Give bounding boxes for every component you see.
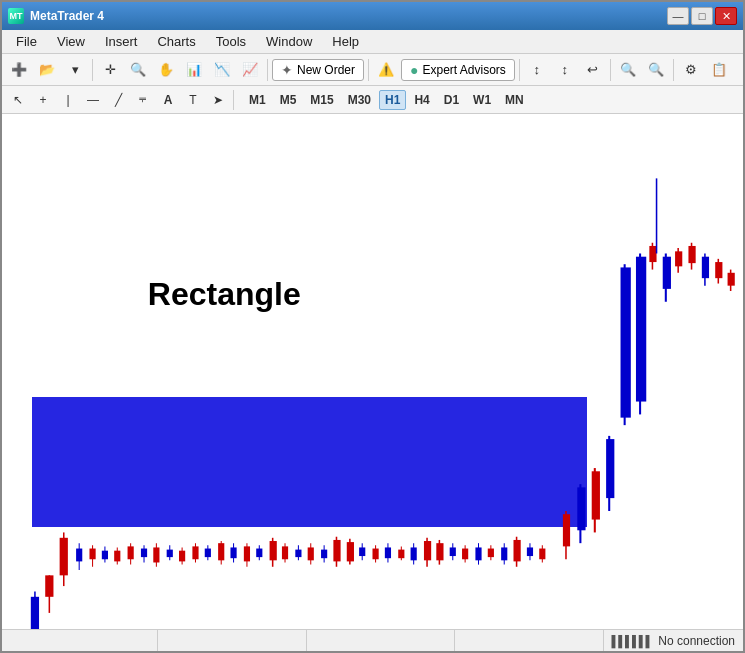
svg-rect-89 [606,439,614,498]
svg-rect-87 [592,471,600,519]
properties-button[interactable]: ⚙ [678,58,704,82]
chart-area[interactable]: Rectangle [2,114,743,629]
scroll-button[interactable]: ✋ [153,58,179,82]
bars-icon: ▌▌▌▌▌▌ [612,635,653,647]
close-button[interactable]: ✕ [715,7,737,25]
svg-rect-31 [218,543,224,560]
tf-h4[interactable]: H4 [408,90,435,110]
arrow-button[interactable]: ➤ [206,89,230,111]
menu-charts[interactable]: Charts [147,32,205,51]
new-order-button[interactable]: ✦ New Order [272,59,364,81]
svg-rect-85 [577,487,585,530]
drawing-toolbar: ↖ + | — ╱ ⫧ A T ➤ M1 M5 M15 M30 H1 H4 D1… [2,86,743,114]
minimize-button[interactable]: — [667,7,689,25]
hline-button[interactable]: — [81,89,105,111]
svg-rect-79 [527,547,533,556]
svg-rect-35 [244,546,250,561]
open-button[interactable]: 📂 [34,58,60,82]
svg-rect-41 [282,546,288,559]
svg-rect-13 [102,551,108,560]
menu-window[interactable]: Window [256,32,322,51]
svg-rect-29 [205,549,211,558]
svg-rect-73 [488,549,494,558]
expert-advisors-button[interactable]: ● Expert Advisors [401,59,515,81]
svg-rect-9 [76,549,82,562]
svg-rect-6 [60,538,68,576]
svg-rect-104 [702,257,709,278]
svg-rect-91 [621,267,631,417]
text-label-button[interactable]: T [181,89,205,111]
line-button[interactable]: 📈 [237,58,263,82]
sort3-button[interactable]: ↩ [580,58,606,82]
cross-button[interactable]: + [31,89,55,111]
svg-rect-19 [141,549,147,558]
svg-rect-93 [636,257,646,402]
svg-rect-51 [347,542,354,561]
bar-button[interactable]: 📉 [209,58,235,82]
cursor-button[interactable]: ↖ [6,89,30,111]
tf-m5[interactable]: M5 [274,90,303,110]
candle-button[interactable]: 📊 [181,58,207,82]
zoom-out-button[interactable]: 🔍 [643,58,669,82]
timeframe-buttons: M1 M5 M15 M30 H1 H4 D1 W1 MN [243,90,530,110]
svg-rect-61 [411,547,417,560]
window-title: MetaTrader 4 [30,9,104,23]
menu-help[interactable]: Help [322,32,369,51]
menu-view[interactable]: View [47,32,95,51]
toolbar-sep-4 [519,59,520,81]
status-segments [10,630,604,651]
new-chart-button[interactable]: ➕ [6,58,32,82]
sort-button[interactable]: ↕ [524,58,550,82]
maximize-button[interactable]: □ [691,7,713,25]
status-seg-1 [10,630,158,651]
alert-button[interactable]: ⚠️ [373,58,399,82]
tf-w1[interactable]: W1 [467,90,497,110]
title-bar: MT MetaTrader 4 — □ ✕ [2,2,743,30]
svg-rect-63 [424,541,431,560]
tf-m30[interactable]: M30 [342,90,377,110]
menu-file[interactable]: File [6,32,47,51]
svg-rect-47 [321,550,327,559]
tf-d1[interactable]: D1 [438,90,465,110]
tf-mn[interactable]: MN [499,90,530,110]
text-button[interactable]: A [156,89,180,111]
svg-rect-106 [715,262,722,278]
svg-rect-53 [359,547,365,556]
title-bar-left: MT MetaTrader 4 [8,8,104,24]
svg-rect-33 [230,547,236,558]
menu-tools[interactable]: Tools [206,32,256,51]
svg-rect-49 [333,540,340,561]
template-button[interactable]: 📋 [706,58,732,82]
svg-rect-43 [295,550,301,558]
status-right: ▌▌▌▌▌▌ No connection [612,634,735,648]
main-toolbar: ➕ 📂 ▾ ✛ 🔍 ✋ 📊 📉 📈 ✦ New Order ⚠️ ● Exper… [2,54,743,86]
channel-button[interactable]: ⫧ [131,89,155,111]
app-icon: MT [8,8,24,24]
sort2-button[interactable]: ↕ [552,58,578,82]
crosshair-button[interactable]: ✛ [97,58,123,82]
toolbar2-sep-1 [233,90,234,110]
svg-rect-45 [308,547,314,560]
svg-rect-57 [385,547,391,558]
svg-rect-4 [45,575,53,596]
status-bar: ▌▌▌▌▌▌ No connection [2,629,743,651]
svg-rect-108 [728,273,735,286]
svg-rect-55 [373,549,379,560]
tf-h1[interactable]: H1 [379,90,406,110]
vline-button[interactable]: | [56,89,80,111]
toolbar-sep-5 [610,59,611,81]
menu-insert[interactable]: Insert [95,32,148,51]
status-seg-4 [455,630,603,651]
svg-rect-59 [398,550,404,559]
title-bar-buttons: — □ ✕ [667,7,737,25]
zoom-in-button[interactable]: 🔍 [615,58,641,82]
tf-m15[interactable]: M15 [304,90,339,110]
svg-rect-81 [539,549,545,560]
svg-rect-1 [31,597,39,629]
menu-bar: File View Insert Charts Tools Window Hel… [2,30,743,54]
zoom-button[interactable]: 🔍 [125,58,151,82]
open-arrow-button[interactable]: ▾ [62,58,88,82]
svg-rect-71 [475,547,481,560]
tf-m1[interactable]: M1 [243,90,272,110]
line-draw-button[interactable]: ╱ [106,89,130,111]
